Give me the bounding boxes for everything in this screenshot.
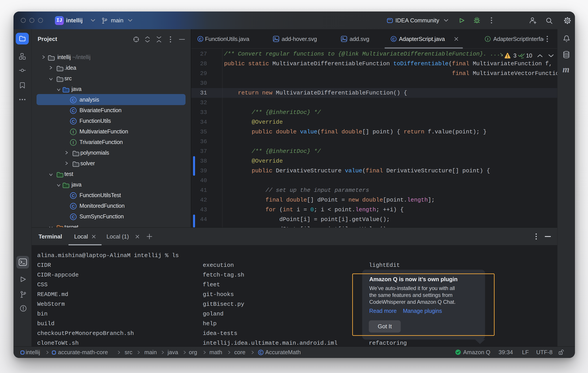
svg-text:C: C (72, 98, 75, 102)
svg-text:I: I (487, 37, 488, 41)
svg-text:C: C (72, 119, 75, 124)
svg-text:I: I (73, 130, 74, 134)
svg-text:C: C (392, 37, 395, 41)
svg-text:I: I (73, 140, 74, 145)
svg-text:C: C (72, 204, 75, 209)
svg-text:C: C (72, 215, 75, 219)
svg-text:C: C (72, 108, 75, 113)
svg-text:C: C (199, 37, 202, 41)
svg-text:C: C (72, 193, 75, 198)
svg-text:C: C (260, 351, 262, 354)
